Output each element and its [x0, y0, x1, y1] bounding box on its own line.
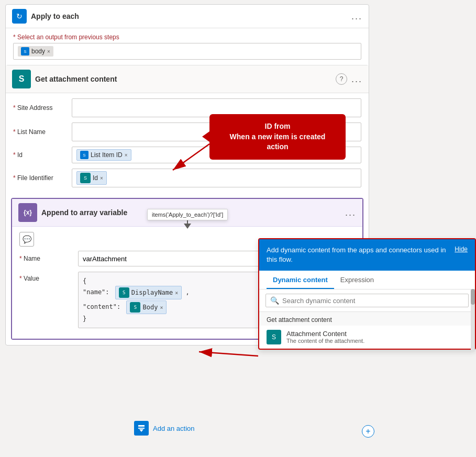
- dynamic-panel-header: Add dynamic content from the apps and co…: [259, 239, 475, 271]
- callout-line3: action: [218, 142, 337, 152]
- callout-line1: ID from: [218, 121, 337, 132]
- chat-icon: 💬: [19, 232, 34, 247]
- attachment-content-item[interactable]: S Attachment Content The content of the …: [259, 326, 475, 349]
- get-attachment-more-button[interactable]: ...: [351, 74, 362, 85]
- apply-to-each-header: ↻ Apply to each ...: [6, 5, 369, 28]
- attachment-content-icon: S: [267, 330, 281, 344]
- attachment-content-title: Attachment Content: [286, 330, 364, 338]
- id-tag: S Id ×: [76, 171, 107, 185]
- list-item-tag-close[interactable]: ×: [125, 152, 128, 158]
- tab-dynamic-content[interactable]: Dynamic content: [267, 271, 334, 289]
- get-attachment-header: S Get attachment content ? ...: [6, 65, 369, 93]
- display-name-icon: S: [119, 287, 129, 298]
- dynamic-search-input[interactable]: [282, 297, 464, 305]
- hide-button[interactable]: Hide: [455, 246, 468, 253]
- body-tag-icon: S: [21, 47, 29, 55]
- file-identifier-row: File Identifier S Id ×: [13, 169, 361, 187]
- scrollbar-track[interactable]: [471, 289, 475, 352]
- search-icon: 🔍: [270, 296, 279, 305]
- variable-icon: {x}: [18, 203, 37, 222]
- dynamic-section-label: Get attachment content: [259, 312, 475, 326]
- apply-to-each-title: Apply to each: [31, 12, 79, 20]
- dynamic-panel-header-text: Add dynamic content from the apps and co…: [267, 246, 449, 264]
- attachment-content-desc: The content of the attachment.: [286, 338, 364, 344]
- dynamic-content-panel: Add dynamic content from the apps and co…: [258, 238, 476, 350]
- header-left: ↻ Apply to each: [12, 9, 79, 24]
- body-tag-close-2[interactable]: ×: [160, 305, 163, 310]
- id-tag-icon: S: [80, 173, 91, 183]
- display-name-close[interactable]: ×: [175, 290, 178, 296]
- append-array-header-left: {x} Append to array variable: [18, 203, 127, 222]
- plus-connector[interactable]: +: [362, 425, 374, 438]
- site-address-label: Site Address: [13, 104, 65, 112]
- get-attachment-header-left: S Get attachment content: [12, 70, 117, 88]
- tab-expression[interactable]: Expression: [334, 271, 380, 289]
- select-output-label: Select an output from previous steps: [13, 34, 361, 41]
- name-field-label: Name: [19, 255, 72, 262]
- attachment-content-text: Attachment Content The content of the at…: [286, 330, 364, 344]
- name-value: varAttachment: [83, 255, 127, 263]
- display-name-tag: S DisplayName ×: [115, 286, 182, 299]
- dynamic-panel-tabs: Dynamic content Expression: [259, 271, 475, 289]
- body-tag-close[interactable]: ×: [47, 49, 50, 54]
- append-array-more-button[interactable]: ...: [345, 207, 356, 218]
- id-tag-close[interactable]: ×: [100, 175, 103, 181]
- apply-to-each-more-button[interactable]: ...: [351, 11, 362, 22]
- dynamic-search-box: 🔍: [259, 289, 475, 312]
- svg-line-3: [199, 352, 258, 356]
- output-tag-input[interactable]: S body ×: [13, 43, 361, 60]
- svg-marker-6: [139, 429, 143, 432]
- loop-icon: ↻: [12, 9, 27, 24]
- get-attachment-title: Get attachment content: [35, 75, 117, 83]
- list-name-label: List Name: [13, 128, 65, 136]
- list-item-tag-icon: S: [80, 151, 88, 159]
- down-arrow: [184, 224, 191, 229]
- help-button[interactable]: ?: [336, 73, 347, 85]
- body-tag: S body ×: [18, 46, 53, 57]
- body-value-tag: S Body ×: [126, 300, 167, 314]
- add-action-icon: [134, 421, 149, 436]
- add-action-button[interactable]: Add an action: [126, 417, 203, 440]
- callout-bubble: ID from When a new item is created actio…: [209, 114, 346, 160]
- file-identifier-label: File Identifier: [13, 174, 65, 182]
- file-identifier-input[interactable]: S Id ×: [72, 169, 361, 187]
- body-tag-icon-2: S: [130, 302, 140, 313]
- callout-line2: When a new item is created: [218, 132, 337, 142]
- id-label: Id: [13, 151, 65, 159]
- sharepoint-icon: S: [12, 70, 31, 88]
- svg-rect-4: [138, 425, 145, 427]
- list-item-id-tag: S List Item ID ×: [76, 149, 131, 161]
- value-field-label: Value: [19, 275, 72, 282]
- svg-rect-5: [138, 428, 145, 429]
- scrollbar-thumb[interactable]: [471, 289, 475, 305]
- tooltip-bubble: items('Apply_to_each')?['Id']: [147, 209, 228, 220]
- append-array-title: Append to array variable: [41, 208, 127, 217]
- select-output-section: Select an output from previous steps S b…: [6, 28, 369, 65]
- search-input-wrapper[interactable]: 🔍: [265, 294, 469, 307]
- add-action-label: Add an action: [153, 425, 195, 432]
